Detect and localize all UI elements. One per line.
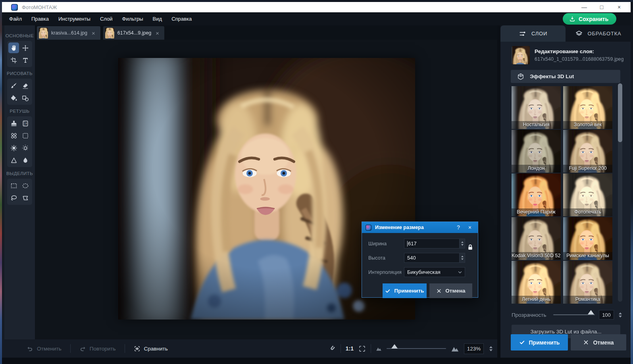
panel-cancel-button[interactable]: Отмена xyxy=(571,334,626,351)
spinner-up-icon[interactable] xyxy=(619,312,622,314)
compare-button[interactable]: Сравнить xyxy=(125,345,177,352)
undo-button[interactable]: Отменить xyxy=(18,345,70,352)
panel-apply-button[interactable]: Применить xyxy=(511,334,568,351)
rect-select-tool-button[interactable] xyxy=(8,180,19,191)
tab-layers[interactable]: СЛОИ xyxy=(500,25,566,42)
effect-thumbnail[interactable]: Фотопечать xyxy=(563,173,612,216)
minimize-button[interactable]: — xyxy=(578,4,590,10)
spinner-down-icon[interactable] xyxy=(489,349,493,351)
shapes-tool-button[interactable] xyxy=(20,92,31,103)
polygon-select-tool-button[interactable] xyxy=(20,193,31,203)
dialog-help-button[interactable]: ? xyxy=(454,224,462,231)
opacity-slider[interactable] xyxy=(553,314,595,315)
zoom-slider-thumb[interactable] xyxy=(391,344,398,349)
dialog-apply-button[interactable]: Применить xyxy=(383,283,427,298)
document-tab-1[interactable]: krasiva...614.jpg × xyxy=(37,26,100,40)
aspect-lock-icon[interactable] xyxy=(466,243,474,252)
effects-header[interactable]: Эффекты 3D Lut xyxy=(511,70,620,83)
effects-scrollbar[interactable] xyxy=(618,83,622,302)
hand-tool-button[interactable] xyxy=(8,42,19,53)
spinner-down-icon[interactable] xyxy=(619,316,622,318)
effect-thumbnail[interactable]: Летний день xyxy=(512,261,561,304)
zoom-spinner[interactable] xyxy=(489,346,493,351)
tool-grid-retouch xyxy=(7,116,32,167)
spinner-up-icon[interactable] xyxy=(461,256,464,257)
maximize-button[interactable]: □ xyxy=(596,4,608,10)
burn-tool-button[interactable] xyxy=(20,143,31,153)
spinner-up-icon[interactable] xyxy=(489,346,493,348)
dodge-tool-button[interactable] xyxy=(8,143,19,153)
effect-thumbnail[interactable]: Fuji Superior 200 xyxy=(563,130,612,173)
effect-thumbnail[interactable]: Лондон xyxy=(512,130,561,173)
zoom-slider[interactable] xyxy=(387,348,446,349)
effect-thumbnail[interactable]: Романтика xyxy=(563,261,612,304)
tab-processing[interactable]: ОБРАБОТКА xyxy=(566,25,631,42)
height-spinner[interactable] xyxy=(460,253,465,263)
scrollbar-thumb[interactable] xyxy=(618,83,622,142)
spinner-up-icon[interactable] xyxy=(461,241,464,243)
menu-item[interactable]: Файл xyxy=(4,12,27,25)
zoom-value[interactable]: 123% xyxy=(464,343,484,354)
check-icon xyxy=(519,339,525,345)
effect-thumbnail[interactable]: Римские каникулы xyxy=(563,217,612,260)
save-button[interactable]: Сохранить xyxy=(563,13,616,25)
height-input[interactable]: 540 xyxy=(404,253,460,263)
magnet-icon[interactable] xyxy=(328,345,336,352)
crop-tool-button[interactable] xyxy=(8,55,19,65)
frame-patch-tool-button[interactable] xyxy=(20,130,31,141)
spinner-down-icon[interactable] xyxy=(461,244,464,246)
healing-tool-button[interactable] xyxy=(8,130,19,141)
menu-item[interactable]: Вид xyxy=(148,12,167,25)
document-tab-2[interactable]: 617x54...9.jpeg × xyxy=(103,26,164,40)
zoom-out-icon[interactable] xyxy=(376,346,382,352)
undo-label: Отменить xyxy=(37,346,62,352)
opacity-value[interactable]: 100 xyxy=(599,310,614,320)
dialog-cancel-button[interactable]: Отмена xyxy=(429,283,472,298)
panel-actions: Применить Отмена xyxy=(511,334,626,351)
effect-label: Fuji Superior 200 xyxy=(563,165,612,173)
width-spinner[interactable] xyxy=(460,239,465,248)
x-icon xyxy=(436,288,442,294)
brush-tool-button[interactable] xyxy=(8,80,19,91)
effect-thumbnail[interactable]: Kodak Vision3 50D 5203 xyxy=(512,217,561,260)
tab-close-icon[interactable]: × xyxy=(154,30,160,37)
opacity-spinner[interactable] xyxy=(618,312,623,318)
lasso-tool-button[interactable] xyxy=(8,193,19,203)
redo-button[interactable]: Повторить xyxy=(71,345,125,352)
blur-tool-button[interactable] xyxy=(20,155,31,166)
undo-icon xyxy=(27,345,33,352)
sharpen-tool-button[interactable] xyxy=(8,155,19,166)
stamp-tool-button[interactable] xyxy=(8,118,19,129)
menu-item[interactable]: Фильтры xyxy=(117,12,148,25)
interpolation-dropdown[interactable]: Бикубическая xyxy=(404,267,465,277)
move-tool-button[interactable] xyxy=(20,42,31,53)
opacity-slider-thumb[interactable] xyxy=(588,310,594,314)
effect-thumbnail[interactable]: Ностальгия xyxy=(512,86,561,129)
effect-label: Золотой век xyxy=(563,121,612,129)
eraser-tool-button[interactable] xyxy=(20,80,31,91)
dialog-title-bar[interactable]: Изменение размера ? × xyxy=(362,222,478,233)
spinner-down-icon[interactable] xyxy=(461,258,464,260)
menu-item[interactable]: Инструменты xyxy=(54,12,95,25)
menu-item[interactable]: Правка xyxy=(27,12,54,25)
brush-icon xyxy=(10,82,17,89)
zoom-ratio-button[interactable]: 1:1 xyxy=(346,345,354,352)
ellipse-select-tool-button[interactable] xyxy=(20,180,31,191)
text-tool-button[interactable] xyxy=(20,55,31,65)
fit-screen-icon[interactable] xyxy=(358,345,366,352)
tool-grid-basic xyxy=(7,41,32,67)
healing-icon xyxy=(10,132,17,139)
close-button[interactable]: × xyxy=(613,4,625,10)
lasso-icon xyxy=(10,195,17,202)
width-input[interactable]: 617 xyxy=(404,239,460,248)
effect-thumbnail[interactable]: Золотой век xyxy=(563,86,612,129)
tab-close-icon[interactable]: × xyxy=(90,30,96,37)
menu-item[interactable]: Справка xyxy=(167,12,196,25)
zoom-in-icon[interactable] xyxy=(451,345,459,353)
tool-section-label-draw: РИСОВАТЬ xyxy=(4,71,35,76)
fill-tool-button[interactable] xyxy=(8,92,19,103)
menu-item[interactable]: Слой xyxy=(95,12,117,25)
dialog-close-button[interactable]: × xyxy=(466,224,474,231)
effect-thumbnail[interactable]: Вечерний Париж xyxy=(512,173,561,216)
patch-tool-button[interactable] xyxy=(20,118,31,129)
